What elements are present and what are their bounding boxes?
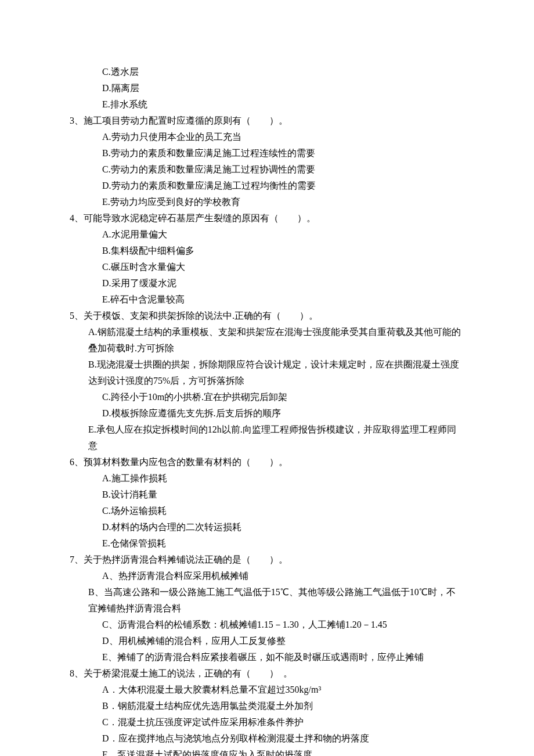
text-line: E.仓储保管损耗 [70, 535, 464, 552]
text-line: E.排水系统 [70, 96, 464, 113]
text-line: 6、预算材料数量内应包含的数量有材料的（ ）。 [70, 454, 464, 470]
text-line: D．应在搅拌地点与浇筑地点分别取样检测混凝土拌和物的坍落度 [70, 730, 464, 747]
document-page: C.透水层D.隔离层E.排水系统3、施工项目劳动力配置时应遵循的原则有（ ）。A… [0, 0, 534, 756]
text-line: E．泵送混凝土试配的坍落度值应为入泵时的坍落度 [70, 747, 464, 756]
text-line: A.水泥用量偏大 [70, 226, 464, 243]
text-line: E.承包人应在拟定拆模时间的12h以前.向监理工程师报告拆模建议，并应取得监理工… [70, 422, 464, 454]
text-line: C.跨径小于10m的小拱桥.宜在护拱砌完后卸架 [70, 389, 464, 405]
text-line: E.碎石中含泥量较高 [70, 291, 464, 308]
text-line: D.隔离层 [70, 80, 464, 96]
text-line: B.集料级配中细料偏多 [70, 243, 464, 259]
text-line: D.劳动力的素质和数量应满足施工过程均衡性的需要 [70, 178, 464, 194]
text-line: D.模板拆除应遵循先支先拆.后支后拆的顺序 [70, 405, 464, 422]
text-line: E、摊铺了的沥青混合料应紧接着碾压，如不能及时碾压或遇雨时，应停止摊铺 [70, 649, 464, 665]
text-line: C.场外运输损耗 [70, 503, 464, 519]
text-line: B.现浇混凝士拱圈的拱架，拆除期限应符合设计规定，设计未规定时，应在拱圈混凝土强… [70, 357, 464, 389]
text-line: 3、施工项目劳动力配置时应遵循的原则有（ ）。 [70, 113, 464, 129]
page-content: C.透水层D.隔离层E.排水系统3、施工项目劳动力配置时应遵循的原则有（ ）。A… [70, 64, 464, 756]
text-line: C．混凝土抗压强度评定试件应采用标准条件养护 [70, 714, 464, 730]
text-line: 8、关于桥梁混凝土施工的说法，正确的有（ ） 。 [70, 665, 464, 682]
text-line: B．钢筋混凝土结构应优先选用氯盐类混凝土外加剂 [70, 698, 464, 714]
text-line: A.施工操作损耗 [70, 470, 464, 487]
text-line: B、当高速公路和一级公路施工施工气温低于15℃、其他等级公路施工气温低于10℃时… [70, 584, 464, 617]
text-line: A.劳动力只使用本企业的员工充当 [70, 129, 464, 145]
text-line: C、沥青混合料的松铺系数：机械摊铺1.15－1.30，人工摊铺1.20－1.45 [70, 617, 464, 633]
text-line: C.碾压时含水量偏大 [70, 259, 464, 275]
text-line: 4、可能导致水泥稳定碎石基层产生裂缝的原因有（ ）。 [70, 210, 464, 226]
text-line: 5、关于模饭、支架和拱架拆除的说法中.正确的有（ ）。 [70, 308, 464, 324]
text-line: 7、关于热拌沥青混合料摊铺说法正确的是（ ）。 [70, 552, 464, 568]
text-line: D.材料的场内合理的二次转运损耗 [70, 519, 464, 535]
text-line: A.钢筋混凝土结构的承重模板、支架和拱架'应在混海士强度能承受其自重荷载及其他可… [70, 324, 464, 357]
text-line: A、热拌沥青混合料应采用机械摊铺 [70, 568, 464, 584]
text-line: E.劳动力均应受到良好的学校教育 [70, 194, 464, 210]
text-line: B.设计消耗量 [70, 487, 464, 503]
text-line: D、用机械摊铺的混合料，应用人工反复修整 [70, 633, 464, 649]
text-line: B.劳动力的素质和数量应满足施工过程连续性的需要 [70, 145, 464, 161]
text-line: D.采用了缓凝水泥 [70, 275, 464, 291]
text-line: C.劳动力的素质和数量应满足施工过程协调性的需要 [70, 161, 464, 178]
text-line: A．大体积混凝土最大胶囊材料总量不宜超过350kg/m³ [70, 682, 464, 698]
text-line: C.透水层 [70, 64, 464, 80]
